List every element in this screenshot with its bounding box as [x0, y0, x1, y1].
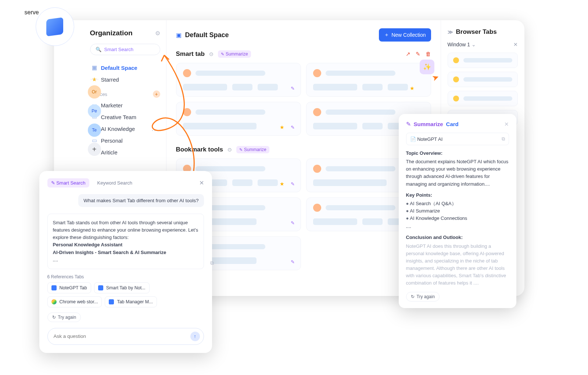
edit-icon[interactable]: ✎	[416, 51, 420, 57]
user-question: What makes Smart Tab different from othe…	[78, 194, 204, 207]
workspace-pill-pe[interactable]: Pe	[88, 104, 101, 118]
references-list: NoteGPT Tab Smart Tab by Not... Chrome w…	[47, 282, 204, 307]
close-icon[interactable]: ✕	[513, 42, 518, 47]
chevron-down-icon: ⌄	[472, 42, 476, 47]
sidebar-item-label: Marketer	[101, 102, 123, 108]
star-icon[interactable]: ★	[410, 85, 415, 91]
browser-tab-item[interactable]	[448, 72, 518, 87]
send-button[interactable]: ↑	[190, 332, 200, 341]
collection-more-icon[interactable]: ⊙	[209, 51, 214, 57]
summarize-chip[interactable]: ✎Summarize	[236, 146, 269, 153]
collection-title: Smart tab	[176, 50, 205, 58]
collection-header-smart-tab: Smart tab ⊙ ✎Summarize ↗ ✎ 🗑	[176, 50, 431, 58]
copy-icon[interactable]: ⧉	[502, 136, 505, 142]
workspace-dock: Or Pe Te +	[85, 79, 104, 156]
trash-icon[interactable]: 🗑	[426, 51, 431, 57]
wand-icon[interactable]: ✎	[291, 259, 295, 265]
sidebar-item-label: Default Space	[101, 65, 137, 71]
favicon-icon	[109, 299, 114, 304]
tab-keyword-search[interactable]: Keyword Search	[94, 178, 136, 188]
browser-window-row[interactable]: Window 1 ⌄ ✕	[448, 42, 518, 47]
ai-magic-button[interactable]: ✨	[420, 60, 434, 74]
bookmark-card[interactable]: ★ ✨ ➤	[306, 63, 431, 97]
add-workspace-button[interactable]: +	[88, 143, 101, 156]
space-icon: ▣	[176, 32, 182, 39]
summary-body: Topic Overview: The document explains No…	[406, 150, 509, 287]
bookmark-card[interactable]: ✎	[176, 63, 301, 97]
favicon-icon	[98, 285, 103, 290]
summarize-title: Card	[446, 121, 459, 127]
wand-icon: ✎	[51, 180, 57, 186]
reference-tab[interactable]: Smart Tab by Not...	[94, 282, 150, 293]
workspace-pill-te[interactable]: Te	[88, 124, 101, 137]
summarize-chip[interactable]: ✎Summarize	[218, 50, 251, 58]
ai-answer: Smart Tab stands out from other AI tools…	[47, 214, 204, 269]
summary-source[interactable]: 📄 NoteGPT AI ⧉	[406, 133, 509, 145]
sidebar-item-label: Personal	[101, 138, 123, 144]
wand-icon: ✎	[221, 52, 224, 57]
app-logo	[36, 7, 74, 46]
browser-tabs-header: ≫ Browser Tabs	[448, 28, 518, 36]
close-icon[interactable]: ✕	[504, 121, 509, 128]
collection-title: Bookmark tools	[176, 146, 223, 153]
search-icon: 🔍	[96, 47, 101, 52]
collection-header-bookmark-tools: Bookmark tools ⊙ ✎Summarize	[176, 146, 431, 153]
tab-smart-search[interactable]: ✎ Smart Search	[47, 178, 89, 188]
star-icon[interactable]: ★	[280, 181, 284, 187]
add-space-button[interactable]: +	[153, 90, 160, 98]
smart-search-popup: ✎ Smart Search Keyword Search ✕ What mak…	[39, 171, 212, 353]
wand-icon: ✎	[406, 121, 411, 128]
gear-icon[interactable]: ⚙	[155, 30, 160, 37]
page-title: Default Space	[185, 31, 229, 39]
wand-icon[interactable]: ✎	[291, 220, 295, 226]
wand-icon[interactable]: ✎	[291, 181, 295, 187]
refresh-icon: ↻	[52, 315, 56, 320]
try-again-button[interactable]: ↻Try again	[47, 312, 81, 322]
favicon-icon	[51, 285, 57, 290]
star-icon[interactable]: ★	[280, 124, 284, 130]
refresh-icon: ↻	[411, 294, 415, 299]
summarize-card-popup: ✎ Summarize Card ✕ 📄 NoteGPT AI ⧉ Topic …	[399, 114, 516, 308]
close-icon[interactable]: ✕	[199, 179, 204, 186]
summarize-title: Summarize	[414, 121, 443, 127]
wand-icon[interactable]: ✎	[291, 86, 295, 91]
search-placeholder: Smart Search	[104, 47, 133, 52]
wand-icon: ✎	[239, 147, 243, 152]
sidebar-item-label: AI Knowledge	[101, 126, 135, 132]
workspace-pill-or[interactable]: Or	[88, 85, 101, 99]
breadcrumb: ▣ Default Space ＋New Collection	[176, 28, 431, 42]
reference-tab[interactable]: Chrome web stor...	[47, 296, 102, 307]
browser-tab-item[interactable]	[448, 53, 518, 68]
references-label: 6 References Tabs	[47, 274, 204, 279]
wand-icon[interactable]: ✎	[291, 125, 295, 130]
copy-icon[interactable]: ⧉	[210, 259, 214, 267]
collection-more-icon[interactable]: ⊙	[227, 147, 232, 153]
sidebar-item-default-space[interactable]: ▣ Default Space	[90, 62, 160, 74]
bookmark-card[interactable]: ★ ✎	[176, 102, 301, 136]
try-again-button[interactable]: ↻Try again	[406, 292, 440, 301]
ask-question-input[interactable]: ↑	[47, 328, 204, 345]
sidebar-item-label: Creative Team	[101, 114, 136, 120]
more-icon[interactable]: ...	[152, 126, 159, 132]
cursor-icon: ➤	[431, 72, 440, 83]
question-field[interactable]	[54, 333, 190, 339]
open-icon[interactable]: ↗	[406, 51, 410, 57]
browser-tab-item[interactable]	[448, 91, 518, 106]
collection-actions: ↗ ✎ 🗑	[406, 51, 431, 57]
new-collection-button[interactable]: ＋New Collection	[379, 28, 431, 42]
sidebar-item-label: Starred	[101, 76, 119, 83]
archive-icon: ▣	[92, 64, 97, 71]
chevrons-icon[interactable]: ≫	[448, 29, 453, 35]
smart-search-input[interactable]: 🔍 Smart Search	[90, 44, 160, 55]
reference-tab[interactable]: Tab Manager M...	[105, 296, 157, 307]
sidebar-title: Organization	[90, 29, 133, 37]
favicon-icon	[51, 299, 57, 304]
reference-tab[interactable]: NoteGPT Tab	[47, 282, 91, 293]
